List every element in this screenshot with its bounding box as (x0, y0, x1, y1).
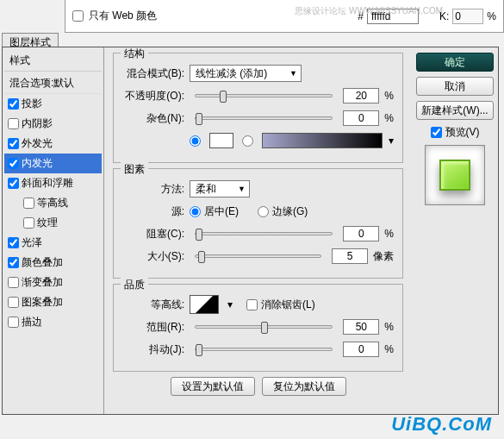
sidebar-checkbox-0[interactable] (8, 98, 19, 110)
sidebar-item-5[interactable]: 等高线 (4, 193, 102, 213)
source-center-radio[interactable]: 居中(E) (190, 204, 239, 219)
quality-group: 品质 等高线: ▾ 消除锯齿(L) 范围(R): % 抖动(J): % (113, 284, 403, 372)
sidebar-label-0: 投影 (22, 97, 42, 111)
range-input[interactable] (343, 319, 379, 335)
sidebar-head[interactable]: 样式 (4, 51, 102, 72)
contour-picker[interactable] (190, 295, 219, 314)
sidebar-checkbox-7[interactable] (8, 237, 19, 248)
gradient-picker[interactable] (262, 133, 383, 148)
size-slider[interactable] (195, 254, 321, 258)
k-label: K: (439, 10, 449, 22)
watermark-logo: UiBQ.CoM (391, 413, 492, 436)
k-input[interactable] (452, 9, 483, 24)
sidebar-item-3[interactable]: 内发光 (4, 154, 102, 173)
sidebar-item-9[interactable]: 渐变叠加 (4, 273, 102, 292)
default-buttons: 设置为默认值 复位为默认值 (113, 377, 403, 396)
structure-group: 结构 混合模式(B): 线性减淡 (添加) 不透明度(O): % 杂色(N): … (113, 53, 403, 163)
sidebar-label-9: 渐变叠加 (22, 275, 63, 290)
color-picker-footer: 只有 Web 颜色 # K: % 思缘设计论坛 WWW.MISSYUAN.COM (65, 0, 504, 33)
sidebar-checkbox-10[interactable] (8, 297, 19, 308)
sidebar-checkbox-1[interactable] (8, 118, 19, 129)
sidebar-checkbox-2[interactable] (8, 138, 19, 149)
color-swatch[interactable] (209, 133, 233, 148)
size-input[interactable] (332, 248, 368, 264)
web-only-label: 只有 Web 颜色 (89, 9, 157, 23)
new-style-button[interactable]: 新建样式(W)... (416, 101, 494, 120)
sidebar-item-7[interactable]: 光泽 (4, 233, 102, 253)
web-only-checkbox[interactable] (72, 10, 84, 22)
sidebar-item-4[interactable]: 斜面和浮雕 (4, 173, 102, 193)
sidebar-item-10[interactable]: 图案叠加 (4, 292, 102, 312)
elements-title: 图素 (121, 162, 148, 177)
jitter-input[interactable] (343, 342, 379, 357)
sidebar-label-7: 光泽 (22, 235, 42, 250)
sidebar-label-5: 等高线 (37, 196, 68, 210)
hex-input[interactable] (367, 9, 419, 24)
hash-label: # (358, 10, 364, 22)
sidebar-item-1[interactable]: 内阴影 (4, 114, 102, 134)
contour-label: 等高线: (122, 298, 184, 312)
reset-default-button[interactable]: 复位为默认值 (262, 377, 346, 396)
sidebar-label-8: 颜色叠加 (22, 255, 63, 270)
noise-label: 杂色(N): (122, 111, 184, 126)
style-sidebar: 样式 混合选项:默认 投影内阴影外发光内发光斜面和浮雕等高线纹理光泽颜色叠加渐变… (3, 47, 104, 414)
sidebar-item-11[interactable]: 描边 (4, 312, 102, 332)
sidebar-label-11: 描边 (22, 315, 42, 329)
range-label: 范围(R): (122, 320, 184, 335)
sidebar-item-2[interactable]: 外发光 (4, 134, 102, 154)
elements-group: 图素 方法: 柔和 源: 居中(E) 边缘(G) 阻塞(C): % 大小(S):… (113, 168, 403, 279)
sidebar-label-1: 内阴影 (22, 116, 53, 131)
jitter-label: 抖动(J): (122, 342, 184, 357)
preview-option[interactable]: 预览(V) (431, 125, 480, 140)
sidebar-label-2: 外发光 (22, 136, 53, 151)
noise-input[interactable] (343, 110, 379, 126)
sidebar-item-8[interactable]: 颜色叠加 (4, 253, 102, 273)
set-default-button[interactable]: 设置为默认值 (171, 377, 255, 396)
cancel-button[interactable]: 取消 (416, 77, 494, 96)
noise-slider[interactable] (195, 116, 333, 120)
size-label: 大小(S): (122, 249, 184, 264)
sidebar-checkbox-4[interactable] (8, 178, 19, 189)
sidebar-item-6[interactable]: 纹理 (4, 213, 102, 233)
sidebar-checkbox-11[interactable] (8, 317, 19, 328)
blend-mode-label: 混合模式(B): (122, 66, 184, 81)
range-slider[interactable] (195, 325, 333, 329)
sidebar-label-6: 纹理 (37, 216, 58, 230)
sidebar-checkbox-8[interactable] (8, 257, 19, 268)
source-edge-radio[interactable]: 边缘(G) (258, 204, 308, 219)
opacity-label: 不透明度(O): (122, 89, 184, 103)
dialog-right-column: 确定 取消 新建样式(W)... 预览(V) (412, 47, 498, 414)
antialias-option[interactable]: 消除锯齿(L) (246, 298, 315, 312)
preview-thumbnail (425, 145, 485, 205)
method-dropdown[interactable]: 柔和 (190, 180, 250, 198)
sidebar-label-10: 图案叠加 (22, 295, 63, 310)
sidebar-item-0[interactable]: 投影 (4, 94, 102, 114)
layer-style-dialog: 样式 混合选项:默认 投影内阴影外发光内发光斜面和浮雕等高线纹理光泽颜色叠加渐变… (2, 47, 499, 415)
choke-input[interactable] (343, 226, 379, 241)
sidebar-checkbox-9[interactable] (8, 277, 19, 288)
sidebar-checkbox-6[interactable] (23, 217, 34, 229)
solid-color-radio[interactable] (190, 135, 201, 147)
opacity-input[interactable] (343, 88, 379, 103)
ok-button[interactable]: 确定 (416, 53, 494, 72)
sidebar-checkbox-3[interactable] (8, 158, 19, 169)
blend-mode-dropdown[interactable]: 线性减淡 (添加) (190, 65, 302, 82)
preview-cube (439, 160, 470, 191)
sidebar-blend-options[interactable]: 混合选项:默认 (4, 73, 102, 94)
gradient-radio[interactable] (242, 135, 253, 147)
choke-label: 阻塞(C): (122, 227, 184, 241)
quality-title: 品质 (121, 278, 148, 292)
jitter-slider[interactable] (195, 348, 333, 351)
method-label: 方法: (122, 182, 184, 197)
sidebar-label-4: 斜面和浮雕 (22, 176, 73, 191)
sidebar-label-3: 内发光 (22, 156, 53, 171)
choke-slider[interactable] (195, 232, 333, 235)
web-only-option[interactable]: 只有 Web 颜色 (72, 9, 157, 23)
structure-title: 结构 (121, 47, 148, 61)
source-label: 源: (122, 204, 184, 219)
sidebar-checkbox-5[interactable] (23, 198, 34, 209)
main-options: 结构 混合模式(B): 线性减淡 (添加) 不透明度(O): % 杂色(N): … (104, 47, 412, 414)
opacity-slider[interactable] (195, 94, 333, 97)
k-pct: % (487, 10, 496, 22)
